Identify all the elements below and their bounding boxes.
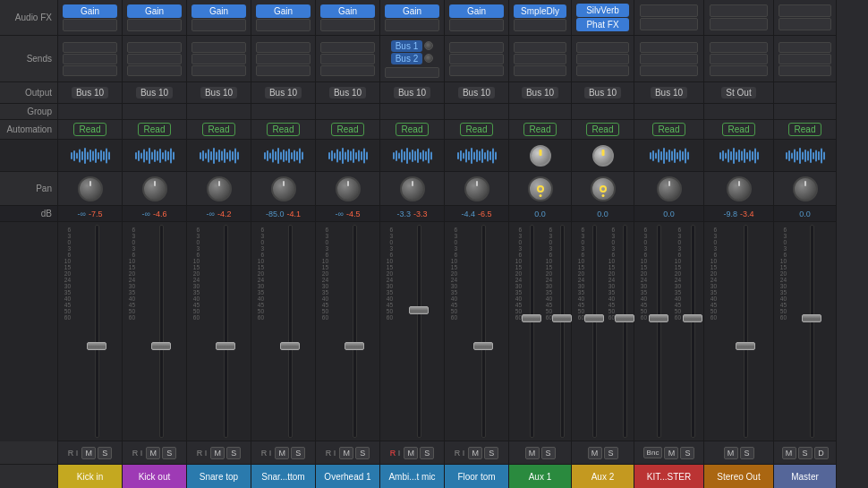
- solo-button[interactable]: S: [541, 447, 556, 459]
- fader-rail[interactable]: [530, 225, 534, 438]
- mute-button[interactable]: M: [664, 447, 678, 459]
- solo-button[interactable]: S: [291, 447, 305, 459]
- fader-handle[interactable]: [409, 306, 429, 314]
- automation-slot[interactable]: Read: [331, 123, 365, 136]
- mute-button[interactable]: M: [339, 447, 353, 459]
- automation-slot[interactable]: Read: [722, 123, 756, 136]
- pan-knob[interactable]: [464, 176, 489, 201]
- automation-slot[interactable]: Read: [396, 123, 430, 136]
- pan-knob[interactable]: [793, 176, 818, 201]
- pan-knob[interactable]: [591, 176, 616, 201]
- channel-name[interactable]: Snar...ttom: [251, 465, 315, 488]
- mute-button[interactable]: M: [210, 447, 225, 459]
- fx-slot[interactable]: SilvVerb: [576, 4, 629, 17]
- fx-slot[interactable]: Gain: [256, 4, 310, 18]
- pan-knob[interactable]: [271, 176, 296, 201]
- fader-rail[interactable]: [288, 225, 293, 438]
- fader-rail[interactable]: [159, 225, 164, 438]
- fader-handle[interactable]: [473, 342, 493, 350]
- fader-handle[interactable]: [345, 342, 364, 350]
- solo-button[interactable]: S: [355, 447, 370, 459]
- output-slot[interactable]: Bus 10: [136, 87, 173, 98]
- fader-handle[interactable]: [615, 314, 634, 322]
- fader-rail[interactable]: [657, 225, 661, 438]
- solo-button[interactable]: S: [680, 447, 694, 459]
- channel-name[interactable]: Aux 1: [509, 465, 571, 488]
- output-slot[interactable]: Bus 10: [458, 87, 495, 98]
- fader-rail-right[interactable]: [560, 225, 565, 438]
- fader-handle[interactable]: [151, 342, 171, 350]
- mute-button[interactable]: M: [468, 447, 482, 459]
- pan-knob[interactable]: [400, 176, 425, 201]
- solo-button[interactable]: S: [604, 447, 618, 459]
- fader-handle[interactable]: [802, 314, 821, 322]
- fader-rail[interactable]: [95, 225, 99, 438]
- fader-rail[interactable]: [810, 225, 814, 438]
- solo-button[interactable]: S: [484, 447, 498, 459]
- channel-name[interactable]: KIT...STER: [634, 465, 703, 488]
- automation-slot[interactable]: Read: [523, 123, 557, 136]
- solo-button[interactable]: S: [798, 447, 813, 459]
- fader-rail[interactable]: [224, 225, 228, 438]
- automation-slot[interactable]: Read: [138, 123, 172, 136]
- fx-slot[interactable]: Gain: [320, 4, 374, 18]
- output-slot[interactable]: Bus 10: [200, 87, 237, 98]
- fader-handle[interactable]: [736, 342, 755, 350]
- mute-button[interactable]: M: [525, 447, 540, 459]
- bnc-button[interactable]: Bnc: [643, 447, 663, 458]
- mute-button[interactable]: M: [146, 447, 160, 459]
- automation-slot[interactable]: Read: [267, 123, 301, 136]
- fader-handle[interactable]: [649, 314, 668, 322]
- output-slot[interactable]: Bus 10: [265, 87, 302, 98]
- fader-handle[interactable]: [87, 342, 106, 350]
- channel-name[interactable]: Snare top: [187, 465, 251, 488]
- pan-knob[interactable]: [657, 176, 682, 201]
- automation-slot[interactable]: Read: [586, 123, 620, 136]
- fx-slot[interactable]: Gain: [385, 4, 438, 18]
- fx-slot[interactable]: Phat FX: [576, 18, 629, 31]
- channel-name[interactable]: Master: [774, 465, 836, 488]
- output-slot[interactable]: St Out: [721, 87, 755, 98]
- pan-knob[interactable]: [336, 176, 361, 201]
- fader-rail[interactable]: [592, 225, 597, 438]
- dim-button[interactable]: D: [814, 447, 829, 459]
- knob-icon[interactable]: [530, 145, 551, 167]
- knob-icon[interactable]: [592, 145, 614, 167]
- fader-handle[interactable]: [522, 314, 541, 322]
- output-slot[interactable]: Bus 10: [651, 87, 687, 98]
- fader-handle[interactable]: [216, 342, 235, 350]
- fx-slot[interactable]: Gain: [63, 4, 116, 18]
- fader-rail[interactable]: [417, 225, 421, 438]
- automation-slot[interactable]: Read: [73, 123, 107, 136]
- channel-name[interactable]: Ambi...t mic: [380, 465, 444, 488]
- mute-button[interactable]: M: [724, 447, 738, 459]
- send-slot-bus1[interactable]: Bus 1: [391, 40, 423, 52]
- pan-knob[interactable]: [78, 176, 103, 201]
- pan-knob[interactable]: [727, 176, 752, 201]
- send-slot-bus2[interactable]: Bus 2: [391, 53, 423, 64]
- automation-slot[interactable]: Read: [788, 123, 822, 136]
- fader-handle[interactable]: [683, 314, 702, 322]
- mute-button[interactable]: M: [81, 447, 96, 459]
- solo-button[interactable]: S: [98, 447, 112, 459]
- fader-rail[interactable]: [481, 225, 486, 438]
- output-slot[interactable]: Bus 10: [584, 87, 621, 98]
- solo-button[interactable]: S: [420, 447, 434, 459]
- mute-button[interactable]: M: [275, 447, 289, 459]
- channel-name[interactable]: Overhead 1: [316, 465, 379, 488]
- fx-slot[interactable]: SmpleDly: [514, 4, 566, 18]
- pan-knob[interactable]: [142, 176, 167, 201]
- output-slot[interactable]: Bus 10: [394, 87, 430, 98]
- channel-name[interactable]: Stereo Out: [704, 465, 773, 488]
- solo-button[interactable]: S: [226, 447, 241, 459]
- fx-slot[interactable]: Gain: [127, 4, 181, 18]
- automation-slot[interactable]: Read: [652, 123, 686, 136]
- pan-knob[interactable]: [528, 176, 553, 201]
- channel-name[interactable]: Kick out: [123, 465, 186, 488]
- automation-slot[interactable]: Read: [460, 123, 494, 136]
- fader-rail-right[interactable]: [623, 225, 627, 438]
- pan-knob[interactable]: [207, 176, 232, 201]
- channel-name[interactable]: Floor tom: [445, 465, 508, 488]
- channel-name[interactable]: Aux 2: [572, 465, 634, 488]
- fader-handle[interactable]: [552, 314, 572, 322]
